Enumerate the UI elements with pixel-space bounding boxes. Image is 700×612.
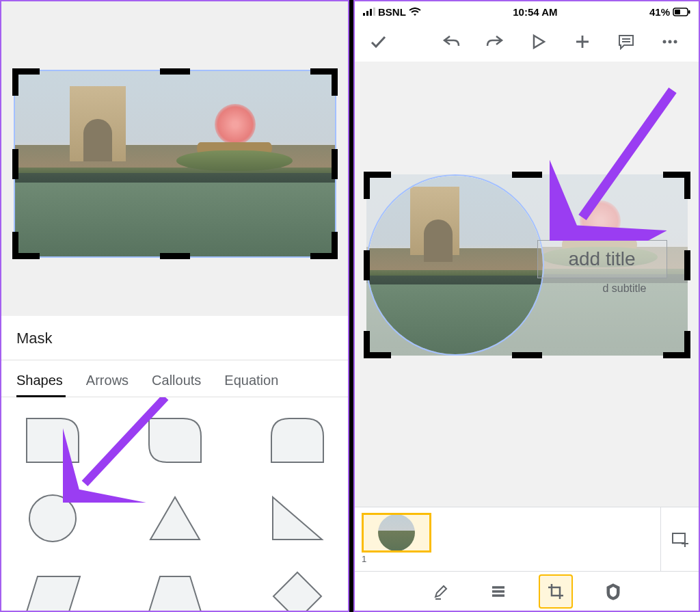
crop-handle-top-left[interactable] (12, 68, 42, 98)
clock-label: 10:54 AM (513, 6, 557, 18)
title-placeholder-text: add title (568, 248, 635, 270)
svg-rect-3 (366, 11, 368, 16)
crop-handle-left[interactable] (12, 149, 18, 179)
battery-percent-label: 41% (649, 6, 670, 18)
mask-tab-bar: Shapes Arrows Callouts Equation (1, 360, 348, 397)
shape-round-single-corner-rectangle[interactable] (22, 414, 83, 467)
shape-diamond[interactable] (267, 570, 328, 612)
mask-panel: Mask Shapes Arrows Callouts Equation (1, 316, 348, 612)
undo-button[interactable] (435, 25, 468, 58)
crop-handle-top[interactable] (512, 172, 542, 178)
svg-point-9 (663, 40, 667, 44)
svg-rect-5 (373, 8, 375, 16)
panel-title: Mask (1, 316, 348, 360)
present-button[interactable] (522, 25, 555, 58)
more-button[interactable] (654, 25, 686, 58)
shape-triangle[interactable] (144, 492, 206, 545)
svg-rect-2 (363, 13, 365, 16)
signal-icon (363, 8, 375, 16)
svg-point-0 (29, 495, 76, 542)
svg-rect-8 (688, 10, 690, 14)
tab-arrows[interactable]: Arrows (86, 360, 129, 397)
add-slide-button[interactable] (660, 507, 699, 572)
status-bar: BSNL 10:54 AM 41% (355, 1, 699, 22)
svg-point-11 (674, 40, 677, 44)
carrier-label: BSNL (378, 6, 406, 18)
crop-handle-right[interactable] (332, 149, 338, 179)
shape-right-triangle[interactable] (267, 492, 328, 545)
title-placeholder-box[interactable]: add title (537, 240, 667, 278)
status-left-group: BSNL (363, 6, 421, 18)
subtitle-placeholder-text[interactable]: d subtitle (602, 282, 646, 295)
thumbnail-oval-image (378, 514, 415, 551)
slide-canvas[interactable]: add title d subtitle (355, 62, 699, 507)
shape-parallelogram[interactable] (22, 570, 83, 612)
svg-rect-4 (370, 9, 372, 16)
slide-image-wrap[interactable]: add title d subtitle (366, 174, 688, 356)
filmstrip: 1 (355, 507, 699, 571)
crop-handle-left[interactable] (364, 250, 370, 280)
crop-handle-bottom[interactable] (512, 352, 542, 358)
crop-button[interactable] (539, 574, 573, 609)
crop-handle-bottom-left[interactable] (364, 328, 394, 358)
battery-icon (673, 8, 690, 16)
tab-shapes[interactable]: Shapes (16, 360, 63, 397)
right-screen: BSNL 10:54 AM 41% (353, 0, 700, 612)
bottom-toolbar (355, 571, 699, 611)
add-button[interactable] (566, 25, 599, 58)
shape-oval[interactable] (22, 492, 83, 545)
svg-rect-13 (673, 533, 685, 543)
crop-handle-right[interactable] (684, 250, 690, 280)
slide-thumbnail[interactable] (362, 513, 431, 553)
wifi-icon (409, 8, 421, 16)
svg-point-10 (669, 40, 672, 44)
crop-handle-top-right[interactable] (660, 172, 690, 202)
crop-handle-top[interactable] (160, 68, 190, 75)
tab-equation[interactable]: Equation (224, 360, 278, 397)
comment-button[interactable] (610, 25, 643, 58)
image-crop-canvas[interactable] (1, 1, 348, 316)
shape-round-diagonal-corner-rectangle[interactable] (144, 414, 206, 467)
shape-round-same-side-corner-rectangle[interactable] (267, 414, 328, 467)
image-arch-shape (70, 86, 126, 161)
crop-handle-bottom-right[interactable] (660, 328, 690, 358)
selected-image[interactable] (14, 70, 336, 258)
done-button[interactable] (362, 25, 394, 58)
image-content (15, 71, 335, 256)
shape-trapezoid[interactable] (144, 570, 206, 612)
image-fountain-shape (190, 109, 279, 171)
status-right-group: 41% (649, 6, 690, 18)
redo-button[interactable] (479, 25, 511, 58)
top-toolbar (355, 22, 699, 62)
tab-callouts[interactable]: Callouts (152, 360, 201, 397)
crop-handle-top-left[interactable] (364, 172, 394, 202)
slide-number-label: 1 (362, 554, 431, 564)
slide-thumbnail-cell[interactable]: 1 (362, 513, 431, 564)
crop-handle-bottom-left[interactable] (12, 229, 42, 259)
crop-handle-top-right[interactable] (308, 68, 338, 98)
mask-shape-button[interactable] (596, 574, 630, 609)
svg-rect-7 (675, 10, 680, 14)
edit-button[interactable] (424, 574, 458, 609)
text-style-button[interactable] (481, 574, 515, 609)
shapes-grid (1, 397, 348, 612)
crop-handle-bottom-right[interactable] (308, 229, 338, 259)
left-screen: Mask Shapes Arrows Callouts Equation (0, 0, 349, 612)
crop-handle-bottom[interactable] (160, 253, 190, 259)
